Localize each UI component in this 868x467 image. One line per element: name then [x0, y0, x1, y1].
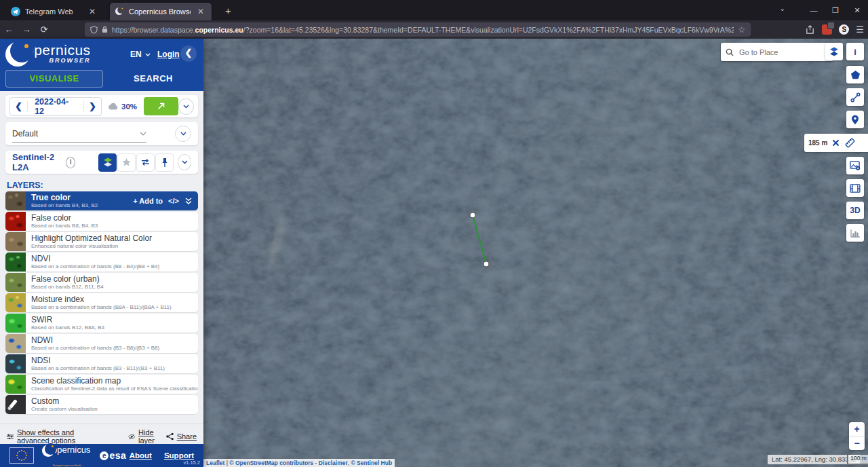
- shield-icon[interactable]: [90, 26, 98, 34]
- add-to-button[interactable]: + Add to: [133, 197, 163, 205]
- layer-text: False color (urban)Based on bands B12, B…: [31, 275, 198, 290]
- layer-thumbnail: [5, 232, 26, 251]
- show-effects-link[interactable]: Show effects and advanced options: [7, 428, 101, 444]
- double-chevron-down-icon[interactable]: [184, 198, 193, 204]
- layer-ndsi[interactable]: NDSIBased on a combination of bands (B3 …: [5, 354, 198, 373]
- url-bar[interactable]: https://browser.dataspace.copernicus.eu/…: [85, 22, 751, 37]
- language-selector[interactable]: EN: [130, 50, 151, 59]
- lock-icon[interactable]: [102, 26, 108, 33]
- extension-icon[interactable]: [822, 24, 832, 35]
- support-link[interactable]: Support: [164, 451, 194, 460]
- sentinel-hub-link[interactable]: © Sentinel Hub: [351, 460, 393, 466]
- histogram-button[interactable]: [846, 224, 864, 242]
- pin-button[interactable]: [155, 153, 174, 172]
- pentagon-icon: [850, 70, 861, 79]
- bookmark-star-icon[interactable]: ☆: [738, 25, 745, 35]
- layer-scene-classification-map[interactable]: Scene classification mapClassification o…: [5, 375, 198, 394]
- layer-custom[interactable]: CustomCreate custom visualisation: [5, 395, 198, 414]
- next-date-button[interactable]: ❯: [83, 101, 101, 111]
- login-button[interactable]: Login: [157, 50, 180, 59]
- coordinates-readout[interactable]: Lat: 45.22967, Lng: 30.83332: [768, 455, 860, 464]
- date-expand-button[interactable]: [178, 98, 194, 115]
- close-icon[interactable]: ✕: [195, 7, 206, 16]
- panel-header: opernicus BROWSER EN Login ❮ VISUALISE S…: [0, 39, 203, 91]
- code-button[interactable]: </>: [168, 197, 179, 205]
- info-icon[interactable]: i: [66, 157, 75, 168]
- map-canvas[interactable]: i 185 m 3D + − Lat: 45.22967, Lng: 30: [203, 39, 868, 467]
- draw-line-button[interactable]: [846, 88, 864, 106]
- reload-icon[interactable]: ⟳: [35, 24, 53, 35]
- timelapse-button[interactable]: [846, 179, 864, 197]
- about-link[interactable]: About: [130, 451, 152, 460]
- osm-link[interactable]: © OpenStreetMap contributors: [229, 460, 313, 466]
- image-download-icon: [850, 161, 861, 170]
- layer-description: Based on a combination of bands (B3 - B8…: [31, 345, 198, 351]
- favourite-button[interactable]: [117, 153, 136, 172]
- leaflet-link[interactable]: Leaflet: [206, 460, 224, 466]
- s-extension-icon[interactable]: S: [839, 24, 849, 35]
- list-all-tabs-chevron-icon[interactable]: ⌄: [780, 5, 785, 12]
- minimize-icon[interactable]: —: [803, 6, 825, 14]
- layer-true-color[interactable]: True colorBased on bands B4, B3, B2+ Add…: [5, 191, 198, 210]
- layer-thumbnail: [5, 273, 26, 292]
- layer-thumbnail: [5, 253, 26, 272]
- measurement-line[interactable]: [203, 39, 868, 467]
- map-info-button[interactable]: i: [846, 43, 864, 60]
- layer-actions-row: Show effects and advanced options Hide l…: [7, 428, 197, 444]
- tab-copernicus-browser[interactable]: Copernicus Browser ✕: [110, 3, 212, 20]
- star-icon: [121, 157, 132, 167]
- hide-layer-link[interactable]: Hide layer: [128, 428, 162, 444]
- map-layers-button[interactable]: [825, 43, 843, 60]
- search-input[interactable]: [738, 48, 829, 57]
- layer-moisture-index[interactable]: Moisture indexBased on a combination of …: [5, 293, 198, 312]
- tab-search[interactable]: SEARCH: [103, 70, 203, 88]
- zoom-out-button[interactable]: −: [849, 436, 865, 450]
- ruler-icon[interactable]: [844, 137, 856, 149]
- location-pin-button[interactable]: [846, 111, 864, 128]
- theme-expand-button[interactable]: [175, 126, 191, 142]
- send-to-device-icon[interactable]: [805, 24, 815, 35]
- theme-select[interactable]: Default: [12, 126, 146, 143]
- tab-telegram[interactable]: Telegram Web ✕: [5, 3, 103, 20]
- close-icon[interactable]: ✕: [87, 7, 98, 16]
- layer-ndwi[interactable]: NDWIBased on a combination of bands (B3 …: [5, 334, 198, 353]
- eu-flag: [9, 447, 34, 464]
- browser-tab-strip: Telegram Web ✕ Copernicus Browser ✕ + ⌄ …: [0, 0, 868, 20]
- chevron-down-icon: [183, 105, 189, 109]
- layer-text: False colorBased on bands B8, B4, B3: [31, 214, 198, 229]
- visualisation-mode-button[interactable]: [98, 153, 117, 172]
- date-card: ❮ 2022-04-12 ❯ 30%: [5, 95, 198, 117]
- compare-button[interactable]: [136, 153, 155, 172]
- dataset-expand-button[interactable]: [178, 154, 191, 170]
- layer-ndvi[interactable]: NDVIBased on a combination of bands (B8 …: [5, 253, 198, 272]
- new-tab-icon[interactable]: +: [221, 5, 235, 16]
- screenshot-button[interactable]: [846, 157, 864, 174]
- layer-false-color[interactable]: False colorBased on bands B8, B4, B3: [5, 212, 198, 231]
- cloud-coverage-value[interactable]: 30%: [121, 102, 137, 111]
- pushpin-icon: [161, 157, 169, 168]
- forward-icon[interactable]: →: [18, 24, 35, 35]
- close-measure-icon[interactable]: [832, 139, 840, 147]
- layer-title: False color: [31, 214, 198, 223]
- layer-false-color-urban[interactable]: False color (urban)Based on bands B12, B…: [5, 273, 198, 292]
- share-link[interactable]: Share: [166, 432, 197, 441]
- layer-thumbnail: [5, 314, 26, 333]
- date-value[interactable]: 2022-04-12: [28, 97, 83, 116]
- layer-swir[interactable]: SWIRBased on bands B12, B8A, B4: [5, 314, 198, 333]
- collapse-panel-button[interactable]: ❮: [180, 45, 197, 62]
- telegram-icon: [11, 7, 20, 16]
- menu-icon[interactable]: ☰: [856, 24, 864, 35]
- arrow-up-right-icon: [157, 102, 165, 111]
- disclaimer-link[interactable]: Disclaimer: [319, 460, 348, 466]
- back-icon[interactable]: ←: [0, 24, 18, 35]
- layer-highlight-optimized-natural-color[interactable]: Highlight Optimized Natural ColorEnhance…: [5, 232, 198, 251]
- go-to-place-search[interactable]: [721, 43, 833, 61]
- previous-date-button[interactable]: ❮: [10, 101, 28, 111]
- 3d-button[interactable]: 3D: [846, 202, 864, 219]
- tab-visualise[interactable]: VISUALISE: [5, 70, 103, 88]
- window-close-icon[interactable]: ✕: [846, 6, 868, 15]
- draw-polygon-button[interactable]: [846, 66, 864, 83]
- visualise-go-button[interactable]: [144, 97, 178, 115]
- restore-icon[interactable]: ❐: [825, 6, 846, 15]
- zoom-in-button[interactable]: +: [849, 422, 865, 436]
